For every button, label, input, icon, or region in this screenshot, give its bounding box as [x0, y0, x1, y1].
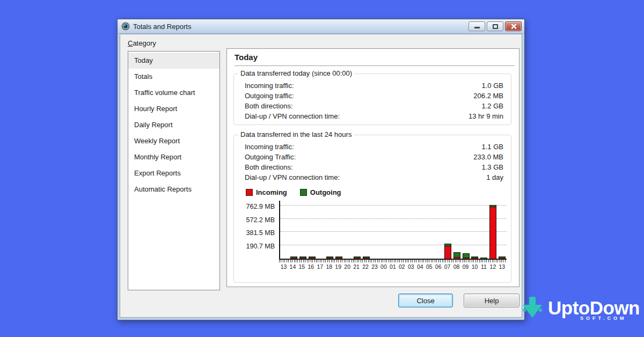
x-tick-label: 02: [397, 263, 406, 270]
gridline: [280, 231, 507, 232]
stat-row: Outgoing traffic:206.2 MB: [234, 91, 511, 101]
uptodown-brand-text: UptoDown: [548, 299, 640, 317]
x-tick-label: 21: [352, 263, 361, 270]
x-tick-label: 22: [361, 263, 370, 270]
stat-label: Both directions:: [245, 162, 293, 172]
legend-incoming: Incoming: [246, 188, 287, 196]
stat-value: 1 day: [486, 172, 503, 182]
bar-hour-18: [326, 257, 333, 259]
bar-hour-09: [463, 253, 470, 259]
x-tick-label: 01: [388, 263, 397, 270]
close-button[interactable]: Close: [398, 294, 453, 307]
incoming-bar-segment: [463, 258, 470, 259]
window-titlebar[interactable]: Totals and Reports: [118, 19, 524, 34]
stat-row: Both directions:1.3 GB: [234, 162, 511, 172]
close-icon: [510, 23, 517, 30]
incoming-bar-segment: [354, 258, 361, 259]
x-tick-label: 05: [425, 263, 434, 270]
stat-label: Dial-up / VPN connection time:: [245, 172, 340, 182]
incoming-bar-segment: [471, 258, 478, 259]
app-eye-icon: [121, 22, 130, 31]
x-tick-label: 09: [461, 263, 470, 270]
stat-value: 233.0 MB: [473, 152, 503, 162]
category-label: Category: [128, 39, 156, 47]
help-button[interactable]: Help: [464, 294, 519, 307]
chart-legend: Incoming Outgoing: [246, 188, 341, 196]
category-listbox[interactable]: Today Totals Traffic volume chart Hourly…: [128, 51, 220, 290]
incoming-bar-segment: [309, 258, 316, 259]
incoming-bar-segment: [453, 257, 460, 259]
sidebar-item-export-reports[interactable]: Export Reports: [128, 165, 219, 181]
legend-outgoing: Outgoing: [300, 188, 341, 196]
outgoing-bar-segment: [480, 258, 487, 259]
stat-label: Incoming traffic:: [245, 142, 294, 152]
sidebar-item-today[interactable]: Today: [128, 53, 219, 69]
x-tick-label: 19: [334, 263, 343, 270]
sidebar-item-daily-report[interactable]: Daily Report: [128, 117, 219, 133]
desktop-background: { "window": { "title": "Totals and Repor…: [0, 0, 644, 337]
x-tick-label: 23: [370, 263, 379, 270]
y-tick-label: 381.5 MB: [246, 229, 275, 237]
stat-label: Incoming traffic:: [245, 80, 294, 91]
maximize-button[interactable]: [487, 21, 503, 31]
x-tick-label: 15: [297, 263, 306, 270]
window-title: Totals and Reports: [133, 23, 469, 31]
outgoing-bar-segment: [453, 252, 460, 257]
group-data-last24h-title: Data transferred in the last 24 hours: [238, 130, 354, 138]
legend-incoming-label: Incoming: [256, 188, 287, 196]
bar-hour-12: [489, 205, 496, 259]
minimize-icon: [474, 27, 480, 28]
x-tick-label: 20: [343, 263, 352, 270]
x-tick-label: 18: [325, 263, 334, 270]
page-title: Today: [235, 53, 258, 62]
uptodown-arrow-icon: [521, 296, 544, 320]
x-tick-label: 03: [406, 263, 415, 270]
incoming-bar-segment: [299, 258, 306, 259]
bar-hour-21: [354, 257, 361, 259]
y-tick-label: 190.7 MB: [246, 243, 275, 250]
chart-plot: [279, 201, 507, 260]
totals-and-reports-window: Totals and Reports Category Today Totals…: [117, 19, 525, 320]
sidebar-item-weekly-report[interactable]: Weekly Report: [128, 133, 219, 149]
bar-hour-13: [499, 257, 506, 259]
maximize-icon: [493, 24, 498, 29]
incoming-bar-segment: [335, 258, 342, 259]
y-tick-label: 762.9 MB: [246, 203, 275, 210]
incoming-bar-segment: [499, 258, 506, 259]
incoming-swatch-icon: [246, 189, 253, 196]
stat-row: Both directions:1.2 GB: [234, 101, 511, 111]
x-tick-label: 12: [488, 263, 497, 270]
legend-outgoing-label: Outgoing: [310, 188, 341, 196]
close-window-button[interactable]: [505, 21, 522, 31]
uptodown-watermark: UptoDown SOFT.COM: [521, 296, 640, 320]
minimize-button[interactable]: [469, 21, 485, 31]
x-tick-label: 13: [497, 263, 507, 270]
bar-hour-22: [363, 257, 370, 259]
x-tick-label: 10: [470, 263, 479, 270]
y-tick-label: 572.2 MB: [246, 216, 275, 224]
x-tick-label: 16: [306, 263, 316, 270]
bar-hour-15: [299, 257, 306, 259]
incoming-bar-segment: [363, 258, 370, 259]
stat-value: 1.0 GB: [482, 80, 503, 91]
traffic-bar-chart: 190.7 MB381.5 MB572.2 MB762.9 MB 1314151…: [236, 201, 507, 280]
gridline: [280, 205, 507, 206]
sidebar-item-traffic-volume-chart[interactable]: Traffic volume chart: [128, 85, 219, 101]
stat-row: Incoming traffic:1.0 GB: [234, 80, 511, 91]
bar-hour-07: [444, 244, 451, 259]
uptodown-sub-text: SOFT.COM: [580, 316, 627, 321]
sidebar-item-monthly-report[interactable]: Monthly Report: [128, 149, 219, 165]
chart-x-axis-labels: 1314151617181920212223000102030405060708…: [279, 263, 507, 270]
bar-hour-16: [309, 257, 316, 259]
gridline: [280, 218, 507, 219]
outgoing-bar-segment: [463, 253, 470, 258]
chart-x-axis-ticks: [279, 260, 507, 262]
x-tick-label: 17: [316, 263, 325, 270]
bar-hour-11: [480, 258, 487, 259]
stat-row: Incoming traffic:1.1 GB: [234, 142, 511, 152]
incoming-bar-segment: [489, 207, 496, 259]
sidebar-item-totals[interactable]: Totals: [128, 69, 219, 85]
sidebar-item-automatic-reports[interactable]: Automatic Reports: [128, 181, 219, 197]
sidebar-item-hourly-report[interactable]: Hourly Report: [128, 101, 219, 117]
heading-divider: [235, 65, 515, 66]
